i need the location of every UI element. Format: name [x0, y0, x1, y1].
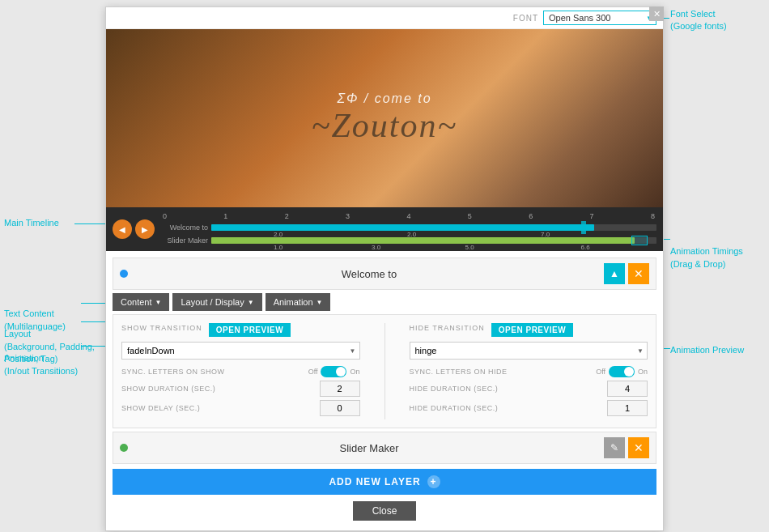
- track1-bar-bg: 2.0 2.0 7.0: [211, 224, 656, 231]
- layer1-title: Welcome to: [134, 268, 604, 280]
- preview-area: ΣΦ / come to ~Zouton~: [106, 29, 663, 207]
- layout-dropdown[interactable]: Layout / Display: [172, 293, 261, 311]
- show-duration-input[interactable]: [320, 381, 360, 397]
- layer2-title: Slider Maker: [134, 442, 604, 454]
- sync-hide-toggle-switch[interactable]: [609, 366, 635, 377]
- sync-show-toggle-switch[interactable]: [321, 366, 346, 377]
- hide-label: HIDE TRANSITION: [410, 324, 485, 332]
- track2-pos3: 5.0: [465, 244, 474, 251]
- show-delay-input[interactable]: [320, 400, 360, 416]
- track2-end-marker: [631, 236, 648, 245]
- annotation-main-timeline: Main Timeline: [4, 217, 59, 229]
- preview-text: ΣΦ / come to ~Zouton~: [312, 92, 457, 145]
- show-delay-row: SHOW DELAY (SEC.): [121, 400, 360, 416]
- annotation-line-content: [81, 303, 105, 304]
- layer1-dot: [120, 270, 128, 278]
- track1-bar: [211, 224, 594, 231]
- sync-letters-hide-label: SYNC. LETTERS ON HIDE: [410, 368, 597, 376]
- close-btn-row: Close: [113, 501, 656, 524]
- preview-line2: ~Zouton~: [312, 106, 457, 145]
- show-duration-row: SHOW DURATION (SEC.): [121, 381, 360, 397]
- annotation-line-layout: [81, 321, 105, 322]
- layer2-delete-button[interactable]: ✕: [628, 437, 649, 458]
- track-slider: Slider Maker 1.0 3.0 5.0 6.6: [161, 235, 656, 246]
- font-select[interactable]: Open Sans 300 Open Sans Roboto Lato: [543, 11, 656, 25]
- track2-pos2: 3.0: [372, 244, 380, 251]
- layer2-row: Slider Maker ✎ ✕: [113, 432, 656, 464]
- preview-line1: ΣΦ / come to: [312, 92, 457, 106]
- font-select-wrapper: Open Sans 300 Open Sans Roboto Lato: [543, 11, 656, 25]
- animation-panel: SHOW TRANSITION OPEN PREVIEW fadeInDown …: [113, 314, 656, 428]
- annotation-line-animation: [81, 346, 105, 347]
- hide-transition-col: HIDE TRANSITION OPEN PREVIEW hinge fadeO…: [410, 323, 648, 419]
- toggle-on-label2: On: [638, 368, 648, 376]
- show-fields: SYNC. LETTERS ON SHOW Off On SHOW DURATI…: [121, 366, 360, 416]
- annotation-font-select: Font Select (Google fonts): [670, 8, 727, 33]
- toggle-on-label1: On: [350, 368, 359, 376]
- layer2-edit-button[interactable]: ✎: [604, 437, 625, 458]
- animation-dropdown[interactable]: Animation: [266, 293, 331, 311]
- annotation-animation: Animation (In/out Transitions): [4, 340, 78, 377]
- hide-duration-label: HIDE DURATION (SEC.): [410, 385, 608, 393]
- dropdown-row: Content Layout / Display Animation: [113, 293, 656, 311]
- timeline-area: ◀ ▶ 012345678 Welcome to 2.0 2.0 7.0: [106, 207, 663, 251]
- timeline-ruler: 012345678: [161, 212, 656, 220]
- show-open-preview-button[interactable]: OPEN PREVIEW: [209, 323, 291, 337]
- hide-fields: SYNC. LETTERS ON HIDE Off On HIDE DURATI…: [410, 366, 648, 416]
- layer1-row: Welcome to ▲ ✕: [113, 257, 656, 290]
- sync-letters-show-row: SYNC. LETTERS ON SHOW Off On: [121, 366, 360, 377]
- hide-select-wrapper: hinge fadeOut bounceOut zoomOut slideOut…: [410, 342, 648, 360]
- animation-row: SHOW TRANSITION OPEN PREVIEW fadeInDown …: [121, 323, 648, 419]
- timeline-play-button[interactable]: ▶: [135, 219, 155, 239]
- hide-duration-row: HIDE DURATION (SEC.): [410, 381, 648, 397]
- show-header: SHOW TRANSITION OPEN PREVIEW: [121, 323, 360, 337]
- hide-open-preview-button[interactable]: OPEN PREVIEW: [491, 323, 573, 337]
- add-layer-icon: +: [427, 475, 440, 488]
- track1-marker: [581, 221, 586, 234]
- track2-pos1: 1.0: [274, 244, 283, 251]
- font-label: FONT: [513, 14, 538, 23]
- close-x-button[interactable]: ✕: [649, 6, 664, 21]
- hide-duration2-row: HIDE DURATION (SEC.): [410, 400, 648, 416]
- sync-letters-show-toggle: Off On: [308, 366, 360, 377]
- hide-duration-input[interactable]: [607, 381, 648, 397]
- hide-transition-select[interactable]: hinge fadeOut bounceOut zoomOut slideOut…: [410, 342, 648, 360]
- toggle-off-label2: Off: [596, 368, 605, 376]
- layer2-dot: [120, 444, 128, 452]
- toggle-off-label1: Off: [308, 368, 318, 376]
- font-row: FONT Open Sans 300 Open Sans Roboto Lato: [106, 7, 663, 29]
- track1-label: Welcome to: [161, 223, 211, 232]
- annotation-animation-preview: Animation Preview: [670, 344, 744, 356]
- layer1-delete-button[interactable]: ✕: [628, 263, 649, 284]
- show-duration-label: SHOW DURATION (SEC.): [121, 385, 320, 393]
- hide-duration2-input[interactable]: [607, 400, 648, 416]
- show-label: SHOW TRANSITION: [121, 324, 202, 332]
- track2-label: Slider Maker: [161, 236, 211, 245]
- content-dropdown[interactable]: Content: [113, 293, 169, 311]
- content-area: Welcome to ▲ ✕ Content Layout / Display …: [106, 251, 663, 530]
- track2-pos4: 6.6: [581, 244, 590, 251]
- close-button[interactable]: Close: [353, 501, 417, 521]
- layer1-actions: ▲ ✕: [604, 263, 649, 284]
- show-transition-col: SHOW TRANSITION OPEN PREVIEW fadeInDown …: [121, 323, 360, 419]
- show-select-wrapper: fadeInDown fadeInUp fadeInLeft fadeInRig…: [121, 342, 360, 360]
- track2-bar-bg: 1.0 3.0 5.0 6.6: [211, 237, 656, 244]
- show-delay-label: SHOW DELAY (SEC.): [121, 404, 320, 412]
- sync-letters-hide-row: SYNC. LETTERS ON HIDE Off On: [410, 366, 648, 377]
- main-container: ✕ FONT Open Sans 300 Open Sans Roboto La…: [105, 6, 664, 531]
- panel-divider: [384, 323, 385, 419]
- annotation-timings: Animation Timings (Drag & Drop): [670, 233, 743, 270]
- add-layer-row: ADD NEW LAYER +: [113, 469, 656, 495]
- add-layer-button[interactable]: ADD NEW LAYER +: [113, 469, 656, 495]
- show-transition-select[interactable]: fadeInDown fadeInUp fadeInLeft fadeInRig…: [121, 342, 360, 360]
- layer1-up-button[interactable]: ▲: [604, 263, 625, 284]
- sync-letters-hide-toggle: Off On: [596, 366, 648, 377]
- hide-header: HIDE TRANSITION OPEN PREVIEW: [410, 323, 648, 337]
- hide-duration2-label: HIDE DURATION (SEC.): [410, 404, 608, 412]
- track2-bar: [211, 237, 635, 244]
- timeline-prev-button[interactable]: ◀: [113, 219, 132, 239]
- sync-letters-show-label: SYNC. LETTERS ON SHOW: [121, 368, 308, 376]
- track-welcome: Welcome to 2.0 2.0 7.0: [161, 222, 656, 233]
